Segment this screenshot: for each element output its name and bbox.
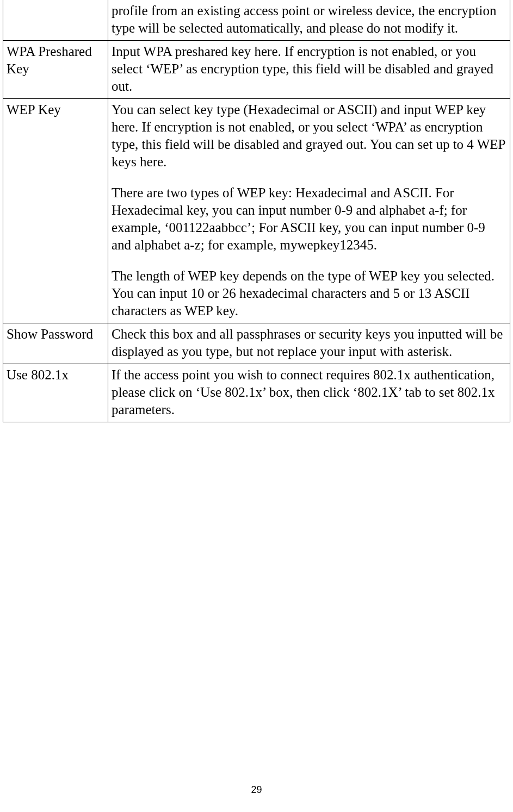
desc-text: Input WPA preshared key here. If encrypt… xyxy=(112,43,506,95)
term-cell: Show Password xyxy=(3,323,108,364)
term-cell: WPA Preshared Key xyxy=(3,41,108,99)
desc-cell: profile from an existing access point or… xyxy=(108,0,510,41)
page-number: 29 xyxy=(0,784,513,796)
desc-text: You can select key type (Hexadecimal or … xyxy=(112,101,506,171)
page: profile from an existing access point or… xyxy=(0,0,513,812)
table-row: profile from an existing access point or… xyxy=(3,0,510,41)
desc-text: There are two types of WEP key: Hexadeci… xyxy=(112,184,506,254)
table-row: WEP Key You can select key type (Hexadec… xyxy=(3,99,510,323)
desc-cell: If the access point you wish to connect … xyxy=(108,364,510,422)
desc-text: Check this box and all passphrases or se… xyxy=(112,326,506,360)
desc-text: The length of WEP key depends on the typ… xyxy=(112,267,506,320)
table-row: Show Password Check this box and all pas… xyxy=(3,323,510,364)
term-cell: Use 802.1x xyxy=(3,364,108,422)
desc-text: If the access point you wish to connect … xyxy=(112,366,506,419)
desc-cell: Check this box and all passphrases or se… xyxy=(108,323,510,364)
definitions-table: profile from an existing access point or… xyxy=(3,0,510,422)
desc-text: profile from an existing access point or… xyxy=(112,2,506,37)
term-cell xyxy=(3,0,108,41)
desc-cell: You can select key type (Hexadecimal or … xyxy=(108,99,510,323)
term-cell: WEP Key xyxy=(3,99,108,323)
table-row: WPA Preshared Key Input WPA preshared ke… xyxy=(3,41,510,99)
table-row: Use 802.1x If the access point you wish … xyxy=(3,364,510,422)
desc-cell: Input WPA preshared key here. If encrypt… xyxy=(108,41,510,99)
